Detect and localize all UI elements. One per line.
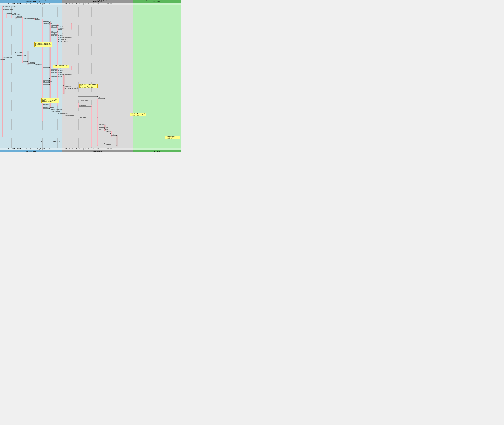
msg-performLaunchActivity: performLaunchActivity — [99, 129, 108, 130]
label-application-thread-bottom-2: Application Thread — [97, 148, 107, 149]
msg-attach: attach — [99, 97, 102, 98]
msg-startActivity2: startActivity — [8, 9, 13, 10]
msg-resumeTopActivities3: resumeTopActivitiesLocked — [51, 70, 63, 71]
col-header-a-activitythread: A_ActivityThread — [90, 3, 96, 5]
msg-callActivityOnPause: callActivityOnPause — [3, 57, 12, 58]
col-header-a-instrumentation: A_Instrumentation — [100, 3, 107, 5]
label-instrumentation-bottom-3: Instrumentation — [145, 148, 153, 149]
note-appthreadproxy-callback: 通过ApplicationThreadProxy回调App来始创动计策 — [130, 113, 146, 116]
msg-startSpecific: startSpecificActivityLocked — [51, 76, 62, 77]
msg-resumeTopInner2: resumeTopActivityInnerLocked — [58, 74, 72, 75]
msg-resumeTopActivities1: resumeTopActivitiesLocked — [51, 33, 63, 34]
msg-activityResumed: activityResumed — [53, 141, 60, 142]
header-launcher-process: Launcher process — [0, 0, 62, 3]
msg-startViaZygote: startViaZygote — [65, 86, 71, 87]
msg-startActivity1: startActivity — [3, 9, 7, 10]
msg-onPaused: onPaused — [0, 59, 5, 60]
col-footer-activity: Activity — [4, 148, 8, 150]
msg-sendMessage2: sendMessage — [80, 117, 86, 118]
msg-activityPaused3: activityPaused — [35, 64, 42, 65]
msg-startActivitySafely: startActivitySafely — [3, 7, 10, 9]
msg-realStartActivity: realStartActivityLocked — [51, 111, 61, 112]
col-footer-as: ActivityStack — [50, 148, 56, 150]
col-footer-a-activitymanagerproxy: A_ActivityManagerProxy — [77, 148, 84, 150]
col-header-l-appthreadproxy: L_ApplicationThreadProxy — [63, 3, 70, 5]
col-footer-a-appthreadproxy: A_ApplicationThreadProxy — [70, 148, 77, 150]
note-new-process: 注意到创建了新的进程，新的进程的进入android.app.ActivityTh… — [79, 84, 97, 88]
msg-activityPaused1: activityPaused — [23, 60, 29, 61]
col-header-l-instrumentation: L_Instrumentation — [8, 3, 14, 5]
col-header-ass: ActivityStackSupervisor — [43, 3, 50, 5]
msg-zygoteSend: zygoteSendArgsAndGetResult — [65, 88, 78, 89]
msg-startApiksonical: startApiksonicalOnInfoActivity — [3, 6, 16, 7]
msg-startActivityLocked2: startActivityLocked — [51, 31, 59, 32]
col-header-process: Process — [56, 3, 63, 5]
msg-sendApplication: sendApplication — [79, 105, 86, 106]
msg-main: main — [98, 95, 100, 96]
msg-sendMessage: sendMessage — [17, 52, 23, 53]
msg-onCreate: onCreate — [112, 134, 116, 135]
msg-startProcessLocked1: startProcessLocked — [43, 78, 52, 79]
col-footer-a-activitythread: A_ActivityThread — [90, 148, 96, 150]
col-footer-l-applicationthread: L_ApplicationThread — [22, 148, 28, 150]
col-footer-l-appthreadproxy: L_ApplicationThreadProxy — [63, 148, 70, 150]
msg-startActivityMayWait: startActivityMayWait — [43, 23, 52, 24]
col-header-as: ActivityStack — [50, 3, 56, 5]
msg-scheduleLaunchActivity2: scheduleLaunchActivity — [65, 115, 75, 116]
msg-startActivityLocked1: startActivityLocked — [51, 25, 59, 26]
col-header-a-appthreadproxy: A_ApplicationThreadProxy — [70, 3, 77, 5]
msg-startPausingLocked: startPausingLocked — [58, 39, 67, 40]
msg-startActivity4: startActivity — [35, 19, 40, 20]
msg-resumeTopActivityLocked: resumeTopActivityLocked — [51, 72, 62, 73]
col-header-ams: ActivityManagerService — [35, 3, 43, 5]
col-header-a-appthread: A_ApplicationThread — [84, 3, 90, 5]
msg-execStartActivity: execStartActivity — [12, 14, 19, 15]
msg-activityPaused2: activityPaused — [29, 62, 35, 63]
col-header-l-activitythread: L_ActivityThread — [17, 3, 22, 5]
col-header-l-h: L_H — [14, 3, 17, 5]
msg-scheduleLaunchActivity: scheduleLaunchActivity — [58, 113, 68, 114]
msg-startProcessLocked3: startProcessLocked — [43, 81, 52, 82]
msg-handleResumeActivity: handleResumeActivity — [99, 142, 108, 144]
msg-topRunning: topRunningActivityLocked — [51, 109, 62, 110]
col-footer-a-appthread: A_ApplicationThread — [84, 148, 90, 150]
col-header-mainactivity: MainActivity — [107, 3, 112, 5]
msg-createTaskRecord: createTaskRecord — [58, 28, 66, 29]
col-header-l-applicationthread: L_ApplicationThread — [22, 3, 28, 5]
msg-activityPausedLocked: activityPausedLocked — [43, 66, 53, 67]
note-ams-launcher-paused: 通知AMS，Launcher活跃开始已经Paused... — [53, 65, 69, 68]
note-applicationthread-callback: 通过ApplicationThread的回调，返回Launcher活跃跑着Lau… — [34, 42, 52, 47]
col-header-l-activitymanagerproxy: L_ActivityManagerProxy — [28, 3, 35, 5]
msg-resumeTopInner1: resumeTopActivityInnerLocked — [58, 37, 72, 38]
label-application-thread-top-1: Application Thread — [39, 0, 48, 1]
msg-startProcessLocked2: startProcessLocked — [43, 79, 52, 80]
col-footer-l-activitymanagerproxy: L_ActivityManagerProxy — [28, 148, 35, 150]
label-application-thread-bottom-1: Application Thread — [39, 148, 48, 149]
footer-system-process: System process — [62, 150, 133, 153]
msg-startActivityForResult: startActivityForResult — [7, 13, 16, 14]
label-application-thread-top-2: Application Thread — [97, 0, 107, 1]
label-instrumentation-top-3: Instrumentation — [145, 0, 153, 1]
note-appthread-ams: 原来的那个ApplicationThread传送到AMS，然后通知，标志通过Ap… — [41, 98, 59, 103]
msg-ams-getDefault: ActivityManagerNative.getDefault() — [23, 18, 35, 19]
col-footer-mainactivity: MainActivity — [107, 148, 112, 150]
footer-app-process: App process — [133, 150, 181, 153]
msg-startActivityAsUser: startActivityAsUser — [43, 21, 52, 22]
label-instrumentation-bottom-1: Instrumentation — [15, 148, 23, 149]
msg-handleLaunchActivity: handleLaunchActivity — [99, 127, 108, 128]
msg-bindApplication: bindApplication — [43, 104, 50, 105]
msg-newActivity: newActivity — [106, 131, 111, 132]
msg-callActivityOnCreate: callActivityOnCreate — [106, 133, 115, 133]
msg-completePauseLocked: completePauseLocked — [51, 68, 61, 69]
col-footer-process: Process — [56, 148, 63, 150]
msg-addTask: addTask — [58, 29, 62, 30]
col-footer-launcher: Launcher — [0, 148, 4, 150]
msg-handleMessage: handleMessage — [99, 124, 106, 125]
msg-onResume: onResume — [106, 144, 111, 145]
msg-performPauseActivity: performPauseActivity — [17, 55, 26, 56]
col-header-a-activitymanagerproxy: A_ActivityManagerProxy — [77, 3, 84, 5]
footer-launcher-process: Launcher process — [0, 150, 62, 153]
msg-resumeTopActivities2: resumeTopActivitiesLocked — [51, 35, 63, 36]
col-header-launcher: Launcher — [0, 3, 4, 5]
msg-attachApplicationLocked: attachApplicationLocked — [43, 107, 54, 108]
